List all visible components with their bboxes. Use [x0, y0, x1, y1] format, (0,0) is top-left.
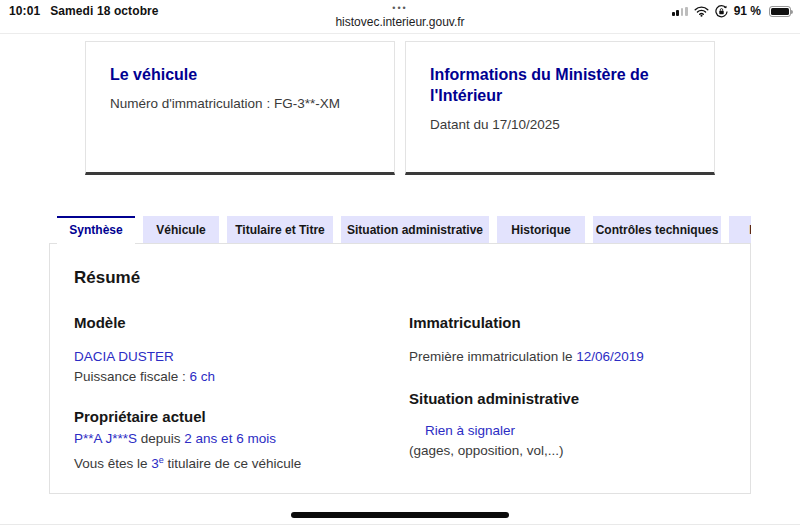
home-indicator[interactable] [291, 512, 509, 518]
tab-historique[interactable]: Historique [497, 216, 585, 243]
owner-since-value: 2 ans et 6 mois [184, 431, 276, 446]
tab-controles-techniques[interactable]: Contrôles techniques [593, 216, 721, 243]
data-date-label: Datant du [430, 117, 492, 132]
registration-number-label: Numéro d'immatriculation : [110, 96, 274, 111]
first-registration-label: Première immatriculation le [409, 349, 576, 364]
holder-rank-line: Vous êtes le 3e titulaire de ce véhicule [74, 449, 409, 474]
first-registration-date: 12/06/2019 [576, 349, 644, 364]
vehicle-card-title: Le véhicule [110, 64, 370, 85]
holder-rank: 3e [151, 456, 164, 471]
registration-heading: Immatriculation [409, 312, 726, 333]
ministry-card-title: Informations du Ministère de l'Intérieur [430, 64, 690, 106]
panel-columns: Modèle DACIA DUSTER Puissance fiscale : … [74, 312, 726, 474]
fiscal-power-label: Puissance fiscale : [74, 369, 190, 384]
admin-note: (gages, opposition, vol,...) [409, 441, 726, 461]
fiscal-power-value: 6 ch [190, 369, 216, 384]
ministry-card: Informations du Ministère de l'Intérieur… [405, 41, 715, 175]
registration-number-value: FG-3**-XM [274, 96, 340, 111]
tab-situation-administrative[interactable]: Situation administrative [341, 216, 489, 243]
left-column: Modèle DACIA DUSTER Puissance fiscale : … [74, 312, 409, 474]
owner-since-label: depuis [137, 431, 184, 446]
tab-titulaire-et-titre[interactable]: Titulaire et Titre [227, 216, 333, 243]
synthese-panel: Résumé Modèle DACIA DUSTER Puissance fis… [49, 243, 751, 494]
holder-prefix: Vous êtes le [74, 456, 151, 471]
panel-title: Résumé [74, 268, 726, 288]
ministry-card-body: Datant du 17/10/2025 [430, 115, 690, 134]
ipad-screen: 10:01 Samedi 18 octobre 91 % ••• histove… [0, 0, 800, 525]
admin-situation-heading: Situation administrative [409, 388, 726, 409]
fiscal-power-line: Puissance fiscale : 6 ch [74, 367, 409, 387]
vehicle-card-body: Numéro d'immatriculation : FG-3**-XM [110, 94, 370, 113]
tab-vehicule[interactable]: Véhicule [143, 216, 219, 243]
first-registration-line: Première immatriculation le 12/06/2019 [409, 347, 726, 367]
tab-synthese[interactable]: Synthèse [57, 216, 135, 244]
owner-line: P**A J***S depuis 2 ans et 6 mois [74, 429, 409, 449]
owner-heading: Propriétaire actuel [74, 406, 409, 427]
address-bar[interactable]: histovec.interieur.gouv.fr [0, 15, 800, 29]
owner-name: P**A J***S [74, 431, 137, 446]
data-date-value: 17/10/2025 [492, 117, 560, 132]
right-column: Immatriculation Première immatriculation… [409, 312, 726, 474]
model-heading: Modèle [74, 312, 409, 333]
tab-bar: Synthèse Véhicule Titulaire et Titre Sit… [57, 216, 751, 244]
vehicle-card: Le véhicule Numéro d'immatriculation : F… [85, 41, 395, 175]
report-tabs-section: Synthèse Véhicule Titulaire et Titre Sit… [49, 216, 751, 494]
holder-suffix: titulaire de ce véhicule [164, 456, 301, 471]
page-options-button[interactable]: ••• [392, 4, 407, 12]
summary-cards: Le véhicule Numéro d'immatriculation : F… [85, 41, 715, 175]
model-value: DACIA DUSTER [74, 347, 409, 367]
tab-kilometrage[interactable]: Kilométrage [729, 216, 751, 243]
admin-status: Rien à signaler [409, 421, 726, 441]
